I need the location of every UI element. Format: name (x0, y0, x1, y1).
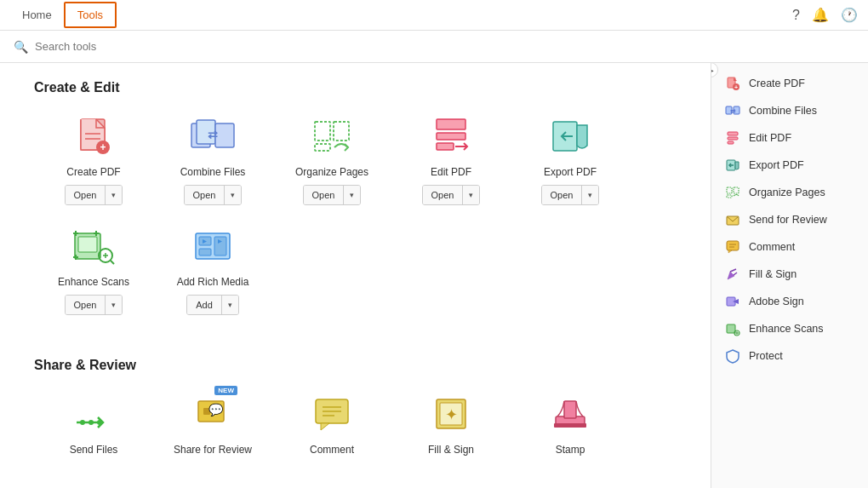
help-icon[interactable]: ? (792, 8, 800, 23)
organize-pages-dropdown-btn[interactable]: ▾ (343, 186, 360, 204)
create-pdf-open-btn[interactable]: Open (66, 186, 106, 204)
protect-side-icon (725, 348, 740, 364)
tool-add-rich-media[interactable]: Add Rich Media Add ▾ (153, 222, 272, 315)
tool-send-files[interactable]: Send Files (34, 390, 153, 462)
svg-rect-7 (215, 123, 234, 147)
svg-rect-62 (728, 132, 738, 135)
add-rich-media-add-btn[interactable]: Add (187, 296, 221, 314)
search-input[interactable] (35, 40, 205, 53)
notification-icon[interactable]: 🔔 (812, 7, 829, 23)
sidebar-item-comment[interactable]: Comment (711, 233, 868, 261)
sidebar-item-protect-label: Protect (749, 350, 783, 362)
enhance-scans-dropdown-btn[interactable]: ▾ (105, 296, 122, 314)
create-pdf-side-icon: + (725, 76, 740, 91)
export-pdf-dropdown-btn[interactable]: ▾ (581, 186, 598, 204)
fill-sign-share-label: Fill & Sign (428, 444, 474, 456)
export-pdf-btn-group: Open ▾ (541, 185, 600, 205)
edit-pdf-dropdown-btn[interactable]: ▾ (462, 186, 479, 204)
organize-pages-btn-group: Open ▾ (303, 185, 362, 205)
create-edit-grid: + Create PDF Open ▾ (34, 112, 677, 332)
tool-enhance-scans[interactable]: Enhance Scans Open ▾ (34, 222, 153, 315)
enhance-scans-btn-group: Open ▾ (65, 295, 123, 315)
sidebar-item-adobe-sign[interactable]: Adobe Sign (711, 288, 868, 315)
sidebar-item-export-pdf[interactable]: Export PDF (711, 152, 868, 179)
svg-rect-12 (437, 119, 465, 129)
sidebar-item-send-review[interactable]: Send for Review (711, 206, 868, 233)
sidebar-item-create-pdf[interactable]: + Create PDF (711, 70, 868, 97)
sidebar-item-create-pdf-label: Create PDF (749, 78, 805, 89)
comment-side-icon (725, 239, 740, 255)
send-review-side-icon (725, 212, 740, 227)
tool-edit-pdf[interactable]: Edit PDF Open ▾ (391, 112, 511, 205)
send-files-icon (68, 390, 119, 437)
combine-files-open-btn[interactable]: Open (185, 186, 225, 204)
svg-rect-10 (334, 122, 349, 141)
organize-pages-open-btn[interactable]: Open (304, 186, 344, 204)
add-rich-media-label: Add Rich Media (177, 276, 249, 288)
add-rich-media-dropdown-btn[interactable]: ▾ (221, 296, 238, 314)
create-edit-section: Create & Edit + (34, 80, 677, 332)
sidebar-item-organize-pages[interactable]: Organize Pages (711, 179, 868, 206)
sidebar-item-fill-sign-label: Fill & Sign (749, 268, 797, 280)
sidebar-item-edit-pdf[interactable]: Edit PDF (711, 124, 868, 152)
tool-stamp[interactable]: Stamp (511, 390, 630, 462)
sidebar-item-enhance-scans-label: Enhance Scans (749, 323, 824, 335)
svg-text:⇄: ⇄ (730, 107, 736, 115)
main-layout: Create & Edit + (0, 63, 868, 488)
svg-text:+: + (734, 84, 738, 90)
reorganize-icon (68, 479, 119, 488)
stamp-icon (545, 390, 596, 437)
history-icon[interactable]: 🕐 (841, 7, 858, 23)
combine-files-dropdown-btn[interactable]: ▾ (224, 186, 241, 204)
sidebar-item-fill-sign[interactable]: Fill & Sign (711, 261, 868, 288)
sidebar-item-enhance-scans[interactable]: Enhance Scans (711, 315, 868, 342)
tool-organize-pages[interactable]: Organize Pages Open ▾ (272, 112, 391, 205)
home-tab[interactable]: Home (10, 3, 64, 26)
svg-line-75 (730, 269, 736, 272)
svg-line-76 (734, 273, 737, 275)
svg-rect-33 (199, 249, 211, 255)
svg-marker-47 (321, 423, 329, 430)
tools-tab[interactable]: Tools (64, 2, 117, 28)
tool-combine-files[interactable]: ⇄ Combine Files Open ▾ (153, 112, 272, 205)
top-nav: Home Tools ? 🔔 🕐 (0, 0, 868, 31)
tool-create-pdf[interactable]: + Create PDF Open ▾ (34, 112, 153, 205)
comment-share-label: Comment (310, 444, 354, 456)
create-pdf-dropdown-btn[interactable]: ▾ (105, 186, 122, 204)
tool-reorganize[interactable]: Compare Files (34, 479, 153, 488)
add-rich-media-btn-group: Add ▾ (186, 295, 239, 315)
share-review-section: Share & Review Send Files (34, 358, 677, 488)
fill-sign-side-icon (725, 267, 740, 282)
edit-pdf-btn-group: Open ▾ (422, 185, 481, 205)
edit-pdf-open-btn[interactable]: Open (423, 186, 463, 204)
organize-pages-icon (306, 112, 357, 159)
add-rich-media-icon (187, 222, 238, 269)
export-pdf-open-btn[interactable]: Open (542, 186, 582, 204)
tool-fill-sign-share[interactable]: ✦ Fill & Sign (391, 390, 511, 462)
tool-comment-share[interactable]: Comment (272, 390, 391, 462)
enhance-scans-side-icon (725, 321, 740, 336)
svg-point-37 (80, 420, 85, 425)
new-badge: NEW (214, 386, 237, 395)
svg-text:⇄: ⇄ (208, 128, 218, 141)
organize-pages-label: Organize Pages (295, 166, 368, 178)
enhance-scans-open-btn[interactable]: Open (66, 296, 106, 314)
sidebar-item-combine-files[interactable]: ⇄ Combine Files (711, 97, 868, 124)
export-pdf-icon (545, 112, 596, 159)
sidebar-item-export-pdf-label: Export PDF (749, 159, 804, 171)
svg-rect-9 (315, 122, 330, 141)
search-icon: 🔍 (14, 40, 28, 54)
svg-rect-68 (734, 187, 739, 193)
create-pdf-btn-group: Open ▾ (65, 185, 123, 205)
tool-share-review[interactable]: NEW 💬 Share for Review (153, 390, 272, 462)
sidebar-item-edit-pdf-label: Edit PDF (749, 132, 791, 144)
tool-export-pdf[interactable]: Export PDF Open ▾ (511, 112, 630, 205)
combine-files-btn-group: Open ▾ (184, 185, 243, 205)
share-review-title: Share & Review (34, 358, 677, 373)
svg-rect-67 (727, 187, 732, 193)
sidebar-item-protect[interactable]: Protect (711, 342, 868, 370)
sidebar: ▶ + Create PDF ⇄ (711, 63, 868, 488)
share-review-grid: Send Files NEW 💬 Sh (34, 390, 677, 488)
svg-text:💬: 💬 (208, 403, 224, 417)
create-pdf-label: Create PDF (66, 166, 120, 178)
